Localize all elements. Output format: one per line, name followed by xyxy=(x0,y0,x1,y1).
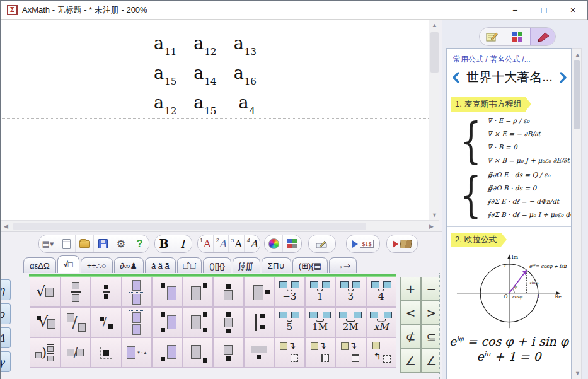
handwriting-button[interactable] xyxy=(309,235,335,252)
tpl-jump-vfit[interactable]: ↴ xyxy=(335,337,366,368)
euler-diagram[interactable]: Im Re i 1 O φ sinφ cosφ eiφ= cosφ + isin… xyxy=(447,251,571,333)
categories-button[interactable] xyxy=(505,28,530,45)
tpl-space-3[interactable]: 3 xyxy=(335,277,366,307)
greek-rho-cell[interactable]: ρ xyxy=(1,303,11,324)
greek-gamma-cell[interactable]: γ xyxy=(1,351,11,372)
greek-delta-cell[interactable]: Δ xyxy=(1,327,11,348)
panel-scrollbar[interactable]: ▲ ▼ xyxy=(572,48,582,379)
menu-button[interactable]: ▤▾ xyxy=(39,235,57,252)
tab-integrals[interactable]: ∫∮∭ xyxy=(233,257,260,273)
tpl-overscript[interactable] xyxy=(213,277,244,307)
tpl-small-bevel[interactable]: / xyxy=(91,307,122,337)
tpl-pre-subscript[interactable] xyxy=(152,337,183,368)
tpl-return-back[interactable]: ↰ xyxy=(366,337,397,368)
vertical-scroll-thumb[interactable] xyxy=(430,32,439,73)
tpl-vertical-space[interactable]: ▾⋮▴ xyxy=(122,337,153,368)
tab-big-operators[interactable]: ΣΠ∪ xyxy=(262,257,291,273)
canvas-vertical-scrollbar[interactable]: ▲ ▼ xyxy=(429,20,439,220)
style-4-button[interactable]: 4A xyxy=(245,235,260,252)
canvas-horizontal-scrollbar[interactable]: ◀ ▶ xyxy=(1,220,439,231)
euler-formula-2[interactable]: eiπ + 1 = 0 xyxy=(447,349,571,363)
breadcrumb[interactable]: 常用公式 / 著名公式 /... xyxy=(453,54,567,65)
op-minus-cell[interactable]: − xyxy=(421,277,440,301)
scroll-down-icon[interactable]: ▼ xyxy=(429,209,440,220)
tpl-fraction[interactable] xyxy=(61,277,91,307)
tpl-space-1em[interactable]: 1M xyxy=(305,307,336,337)
tpl-space-neg3[interactable]: −3 xyxy=(274,277,305,307)
tpl-over-under[interactable] xyxy=(213,307,244,337)
scroll-up-icon[interactable]: ▲ xyxy=(429,20,440,30)
panel-scroll-up-icon[interactable]: ▲ xyxy=(572,49,583,60)
tpl-wide-underscript[interactable] xyxy=(244,337,275,368)
panel-scroll-down-icon[interactable]: ▼ xyxy=(572,368,583,378)
tpl-inline-division[interactable]: / xyxy=(61,337,91,368)
bold-button[interactable]: B xyxy=(155,235,173,252)
op-angle2-cell[interactable]: ∠ xyxy=(421,349,440,373)
tab-calculus-misc[interactable]: ∂∞♟ xyxy=(114,257,144,273)
op-plus-cell[interactable]: + xyxy=(400,277,421,301)
tab-fractions-radicals[interactable]: √□ xyxy=(57,255,79,273)
panel-scroll-thumb[interactable] xyxy=(574,60,580,129)
tpl-resize-box[interactable] xyxy=(91,337,122,368)
tpl-nth-root[interactable]: √ xyxy=(30,307,61,337)
op-greater-cell[interactable]: > xyxy=(421,301,440,325)
matrix-formula[interactable]: a11 a12 a13 a15 a14 a16 a12 a15 a4 xyxy=(154,26,274,115)
tpl-space-5[interactable]: 5 xyxy=(274,307,305,337)
tpl-jump-next[interactable]: ↴ xyxy=(274,337,305,368)
scroll-right-icon[interactable]: ▶ xyxy=(426,221,437,231)
tpl-space-2em[interactable]: 2M xyxy=(335,307,366,337)
tpl-underscript[interactable] xyxy=(213,337,244,368)
op-less-cell[interactable]: < xyxy=(400,301,421,325)
new-document-button[interactable] xyxy=(57,235,76,252)
tab-accents[interactable]: â ä ã xyxy=(145,257,176,273)
greek-eta-cell[interactable]: η xyxy=(1,279,11,300)
notes-button[interactable] xyxy=(480,28,505,45)
op-angle-cell[interactable]: ∠ xyxy=(400,349,421,373)
export-tex-button[interactable]: $I$ xyxy=(347,235,379,252)
tab-brackets[interactable]: ()[]{} xyxy=(203,257,231,273)
maximize-button[interactable]: □ xyxy=(529,1,558,20)
tab-matrices[interactable]: (⊞){▤ xyxy=(292,257,328,273)
tpl-space-4[interactable]: 4 xyxy=(366,277,397,307)
bookmark-button[interactable] xyxy=(530,28,555,45)
next-collection-icon[interactable] xyxy=(559,72,567,83)
help-button[interactable]: ? xyxy=(130,235,149,252)
italic-button[interactable]: I xyxy=(173,235,192,252)
open-library-button[interactable] xyxy=(387,235,417,252)
tpl-superscript[interactable] xyxy=(183,277,214,307)
document-canvas[interactable]: a11 a12 a13 a15 a14 a16 a12 a15 a4 xyxy=(1,20,429,220)
tpl-bar-sub-sup[interactable] xyxy=(244,307,275,337)
save-button[interactable] xyxy=(94,235,112,252)
tpl-right-mid-script[interactable] xyxy=(244,277,275,307)
tpl-space-1[interactable]: 1 xyxy=(305,277,336,307)
tpl-pre-superscript[interactable] xyxy=(152,277,183,307)
tab-greek[interactable]: αεΔΩ xyxy=(23,257,56,273)
tpl-bevel-fraction[interactable]: / xyxy=(61,307,91,337)
tpl-stack-above[interactable] xyxy=(122,277,153,307)
horizontal-scroll-thumb[interactable] xyxy=(13,223,366,230)
tpl-stack-below[interactable] xyxy=(122,307,153,337)
tpl-sub-sup[interactable] xyxy=(183,307,214,337)
minimize-button[interactable]: − xyxy=(500,1,529,20)
style-1-button[interactable]: 1A xyxy=(198,235,214,252)
tpl-sqrt[interactable]: √ xyxy=(30,277,61,307)
euler-formula-1[interactable]: eiφ = cos φ + i sin φ xyxy=(447,334,571,348)
tab-decorations[interactable]: □̂ □̇ xyxy=(177,257,202,273)
color-palette-button[interactable] xyxy=(283,235,301,252)
tpl-jump-hfit[interactable]: ↴ xyxy=(305,337,336,368)
scroll-left-icon[interactable]: ◀ xyxy=(1,221,11,231)
maxwell-differential-formulas[interactable]: { ∇ · E = ρ ∕ ε₀ ∇ × E = − ∂B∕∂t ∇ · B =… xyxy=(456,114,571,167)
op-subseteq-cell[interactable]: ⊆ xyxy=(421,325,440,349)
open-button[interactable] xyxy=(76,235,94,252)
tab-arrows[interactable]: →⇒ xyxy=(329,257,357,273)
prev-collection-icon[interactable] xyxy=(452,72,460,83)
style-3-button[interactable]: 3A xyxy=(229,235,245,252)
tab-operators[interactable]: +÷∴○ xyxy=(81,257,113,273)
settings-button[interactable]: ⚙ xyxy=(112,235,130,252)
close-button[interactable]: × xyxy=(558,1,587,20)
maxwell-integral-formulas[interactable]: { ∯∂Ω E · ds = Q ∕ ε₀ ∯∂Ω B · ds = 0 ∮∂Σ… xyxy=(456,168,571,221)
tpl-long-division[interactable]: ) xyxy=(30,337,61,368)
op-notsubset-cell[interactable]: ⊄ xyxy=(400,325,421,349)
style-2-button[interactable]: 2A xyxy=(214,235,229,252)
color-wheel-button[interactable] xyxy=(265,235,283,252)
